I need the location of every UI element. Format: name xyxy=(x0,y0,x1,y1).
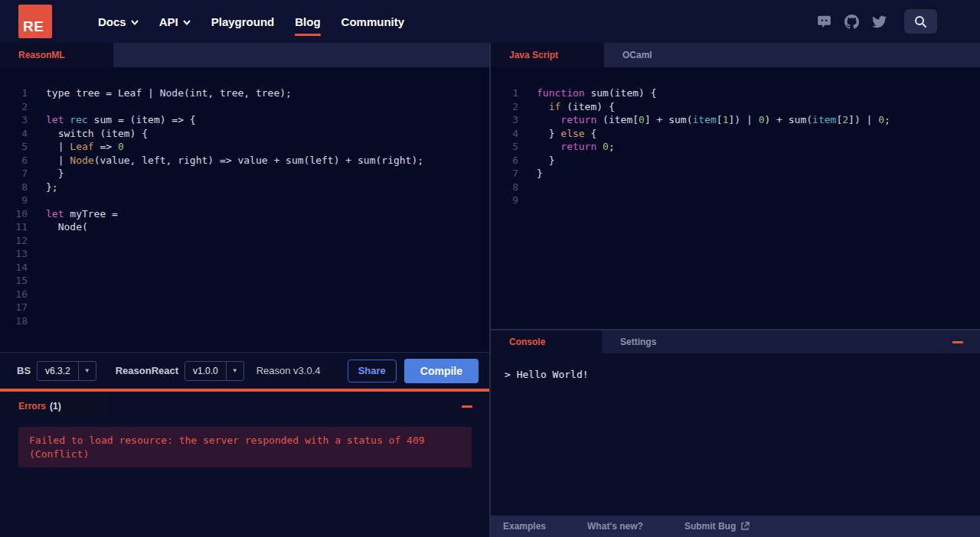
dropdown-arrow-icon: ▼ xyxy=(78,362,96,380)
nav-item-docs[interactable]: Docs xyxy=(98,15,139,28)
code-line[interactable]: 3let rec sum = (item) => { xyxy=(0,113,489,127)
code-line[interactable]: 10let myTree = xyxy=(0,207,489,221)
code-text: | Leaf => 0 xyxy=(46,140,124,154)
collapse-errors-button[interactable] xyxy=(459,402,475,411)
code-line[interactable]: 9 xyxy=(491,194,980,207)
errors-count-badge: (1) xyxy=(50,401,61,412)
nav-item-playground[interactable]: Playground xyxy=(211,15,275,28)
whats-new-link[interactable]: What's new? xyxy=(587,521,643,532)
footer-link-label: What's new? xyxy=(587,521,643,532)
tab-ocaml[interactable]: OCaml xyxy=(604,43,671,67)
code-line[interactable]: 2 xyxy=(0,100,489,114)
tab-console[interactable]: Console xyxy=(491,330,602,353)
code-line[interactable]: 18 xyxy=(0,314,489,328)
line-number: 11 xyxy=(0,220,28,234)
code-text: return (item[0] + sum(item[1]) | 0) + su… xyxy=(537,113,890,127)
code-line[interactable]: 4 } else { xyxy=(491,127,980,141)
code-line[interactable]: 5 return 0; xyxy=(491,140,980,154)
code-line[interactable]: 1type tree = Leaf | Node(int, tree, tree… xyxy=(0,86,489,100)
twitter-icon[interactable] xyxy=(872,15,887,29)
discord-icon[interactable] xyxy=(817,15,831,29)
errors-panel: Errors (1) Failed to load resource: the … xyxy=(0,392,489,537)
main-nav: Docs API Playground Blog Community xyxy=(98,15,404,28)
code-line[interactable]: 7} xyxy=(491,167,980,181)
editor-toolbar: BS v6.3.2 ▼ ReasonReact v1.0.0 ▼ Reason … xyxy=(0,352,489,389)
submit-bug-link[interactable]: Submit Bug xyxy=(684,521,750,532)
code-text: function sum(item) { xyxy=(537,86,657,100)
code-line[interactable]: 6 | Node(value, left, right) => value + … xyxy=(0,154,489,168)
external-link-icon xyxy=(740,522,750,531)
nav-label: Blog xyxy=(295,15,320,28)
tab-settings[interactable]: Settings xyxy=(602,330,675,353)
reasonreact-version-value: v1.0.0 xyxy=(185,362,226,380)
code-line[interactable]: 9 xyxy=(0,194,489,207)
tab-errors[interactable]: Errors (1) xyxy=(0,392,113,421)
line-number: 5 xyxy=(491,140,518,154)
code-line[interactable]: 14 xyxy=(0,261,489,275)
code-line[interactable]: 7 } xyxy=(0,167,489,181)
nav-item-blog[interactable]: Blog xyxy=(295,15,320,28)
nav-item-api[interactable]: API xyxy=(159,15,191,28)
search-button[interactable] xyxy=(904,9,937,34)
collapse-console-button[interactable] xyxy=(949,330,966,353)
code-line[interactable]: 8 xyxy=(491,181,980,194)
github-icon[interactable] xyxy=(844,15,859,29)
dropdown-arrow-icon: ▼ xyxy=(226,362,243,380)
search-icon xyxy=(914,15,927,28)
code-line[interactable]: 6 } xyxy=(491,154,980,168)
line-number: 3 xyxy=(0,113,28,127)
code-text: } xyxy=(46,167,64,181)
line-number: 1 xyxy=(0,86,28,100)
console-tabbar: Console Settings xyxy=(491,330,980,353)
tab-label: OCaml xyxy=(622,50,652,60)
compile-button[interactable]: Compile xyxy=(404,359,479,383)
code-line[interactable]: 16 xyxy=(0,288,489,301)
examples-link[interactable]: Examples xyxy=(503,521,546,532)
line-number: 4 xyxy=(0,127,28,141)
code-text: type tree = Leaf | Node(int, tree, tree)… xyxy=(46,86,292,100)
code-line[interactable]: 3 return (item[0] + sum(item[1]) | 0) + … xyxy=(491,113,980,127)
code-line[interactable]: 8}; xyxy=(0,181,489,194)
console-output: > Hello World! xyxy=(491,353,980,516)
bs-version-value: v6.3.2 xyxy=(38,362,78,380)
code-text: switch (item) { xyxy=(46,127,148,141)
reason-logo[interactable]: RE xyxy=(18,5,52,38)
line-number: 17 xyxy=(0,301,28,314)
errors-tabbar: Errors (1) xyxy=(0,392,489,421)
code-line[interactable]: 15 xyxy=(0,274,489,288)
nav-item-community[interactable]: Community xyxy=(341,15,405,28)
footer-link-label: Examples xyxy=(503,521,546,532)
code-line[interactable]: 17 xyxy=(0,301,489,314)
chevron-down-icon xyxy=(131,20,139,25)
nav-label: API xyxy=(159,15,178,28)
share-button[interactable]: Share xyxy=(348,360,397,382)
code-line[interactable]: 2 if (item) { xyxy=(491,100,980,114)
line-number: 2 xyxy=(0,100,28,114)
tab-reasonml[interactable]: ReasonML xyxy=(0,43,113,67)
line-number: 10 xyxy=(0,207,28,221)
bs-version-select[interactable]: v6.3.2 ▼ xyxy=(37,361,96,381)
code-line[interactable]: 13 xyxy=(0,247,489,261)
reason-code-editor[interactable]: 1type tree = Leaf | Node(int, tree, tree… xyxy=(0,67,489,352)
code-line[interactable]: 12 xyxy=(0,234,489,248)
line-number: 4 xyxy=(491,127,518,141)
code-line[interactable]: 1function sum(item) { xyxy=(491,86,980,100)
code-line[interactable]: 5 | Leaf => 0 xyxy=(0,140,489,154)
code-text: } else { xyxy=(537,127,596,141)
playground-footer: Examples What's new? Submit Bug xyxy=(491,516,980,537)
code-line[interactable]: 11 Node( xyxy=(0,220,489,234)
right-tabbar: Java Script OCaml xyxy=(491,43,980,67)
code-line[interactable]: 4 switch (item) { xyxy=(0,127,489,141)
minus-icon xyxy=(952,341,963,343)
console-panel: Console Settings > Hello World! xyxy=(491,329,980,516)
left-tabbar: ReasonML xyxy=(0,43,489,67)
tab-label: Console xyxy=(509,337,545,347)
tab-javascript[interactable]: Java Script xyxy=(491,43,604,67)
output-panel: Java Script OCaml 1function sum(item) {2… xyxy=(491,43,980,537)
code-text: } xyxy=(537,154,554,168)
reasonreact-version-select[interactable]: v1.0.0 ▼ xyxy=(185,361,244,381)
reason-version-text: Reason v3.0.4 xyxy=(256,365,321,376)
nav-label: Docs xyxy=(98,15,126,28)
line-number: 2 xyxy=(491,100,518,114)
js-output-editor[interactable]: 1function sum(item) {2 if (item) {3 retu… xyxy=(491,67,980,329)
